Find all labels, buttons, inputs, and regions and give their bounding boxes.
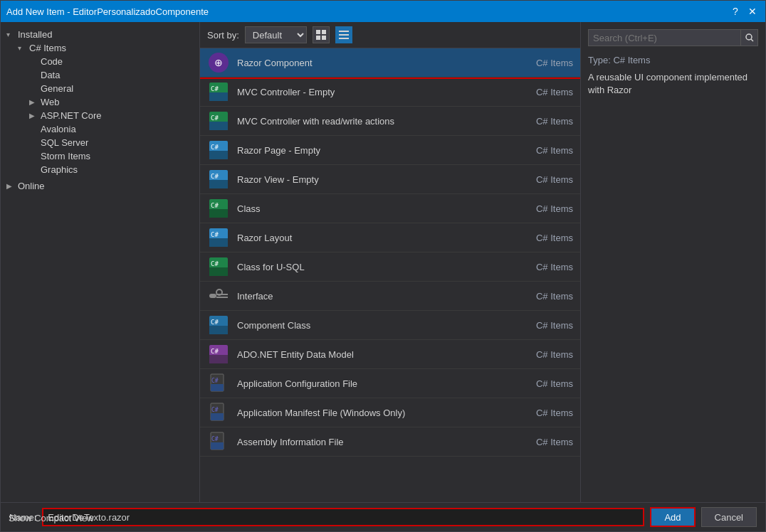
sidebar-item-storm-items[interactable]: Storm Items bbox=[1, 149, 199, 163]
sidebar-item-web[interactable]: ▶ Web bbox=[1, 95, 199, 109]
svg-text:C#: C# bbox=[211, 115, 219, 122]
sidebar-label-general: General bbox=[39, 83, 73, 94]
svg-rect-2 bbox=[316, 36, 320, 40]
sidebar-label-data: Data bbox=[39, 70, 60, 80]
mvc-rw-icon: C# bbox=[207, 110, 230, 132]
sidebar-label-avalonia: Avalonia bbox=[39, 124, 76, 134]
svg-rect-26 bbox=[209, 238, 228, 247]
svg-text:C#: C# bbox=[211, 260, 219, 267]
item-name-razor-layout: Razor Layout bbox=[237, 233, 502, 243]
add-button[interactable]: Add bbox=[650, 507, 695, 527]
svg-rect-11 bbox=[209, 92, 228, 101]
interface-icon bbox=[207, 284, 230, 307]
bottom-left: Name: bbox=[9, 508, 644, 526]
sidebar-item-avalonia[interactable]: Avalonia bbox=[1, 122, 199, 136]
item-name-app-config: Application Configuration File bbox=[237, 378, 502, 389]
item-row-adonet[interactable]: C# ADO.NET Entity Data Model C# Items bbox=[200, 340, 580, 369]
item-row-razor-view[interactable]: C# Razor View - Empty C# Items bbox=[200, 165, 580, 194]
item-row-mvc-empty[interactable]: C# MVC Controller - Empty C# Items bbox=[200, 78, 580, 107]
sidebar-item-online[interactable]: ▶ Online bbox=[1, 179, 199, 193]
sidebar-label-online: Online bbox=[16, 181, 45, 191]
dialog-title: Add New Item - EditorPersonalizadoCompon… bbox=[6, 6, 209, 17]
svg-rect-1 bbox=[322, 30, 326, 34]
sidebar-item-installed[interactable]: ▾ Installed bbox=[1, 28, 199, 41]
svg-text:C#: C# bbox=[211, 144, 219, 151]
item-row-app-manifest[interactable]: C# Application Manifest File (Windows On… bbox=[200, 398, 580, 427]
sidebar-item-general[interactable]: General bbox=[1, 82, 199, 95]
item-row-razor-layout[interactable]: C# Razor Layout C# Items bbox=[200, 223, 580, 252]
grid-view-button[interactable] bbox=[313, 26, 330, 43]
sidebar-label-storm: Storm Items bbox=[39, 151, 90, 161]
item-row-component-class[interactable]: C# Component Class C# Items bbox=[200, 311, 580, 340]
svg-rect-48 bbox=[211, 442, 224, 449]
search-button[interactable] bbox=[741, 29, 758, 46]
arrow-online: ▶ bbox=[6, 182, 16, 190]
adonet-icon: C# bbox=[207, 343, 230, 366]
svg-text:C#: C# bbox=[211, 173, 219, 180]
sidebar-label-csharp: C# Items bbox=[28, 43, 66, 53]
item-row-mvc-rw[interactable]: C# MVC Controller with read/write action… bbox=[200, 107, 580, 136]
app-config-icon: C# bbox=[207, 372, 230, 395]
sidebar-item-data[interactable]: Data bbox=[1, 68, 199, 82]
svg-text:C#: C# bbox=[211, 436, 219, 442]
toolbar: Sort by: Default Name Category bbox=[200, 22, 580, 48]
svg-rect-6 bbox=[339, 38, 349, 39]
item-row-class-usql[interactable]: C# Class for U-SQL C# Items bbox=[200, 252, 580, 282]
svg-rect-42 bbox=[211, 384, 224, 391]
cancel-button[interactable]: Cancel bbox=[701, 507, 757, 527]
bottom-bar: Name: Add Cancel bbox=[1, 502, 765, 531]
item-cat-razor-view: C# Items bbox=[502, 174, 573, 185]
item-row-interface[interactable]: Interface C# Items bbox=[200, 282, 580, 311]
svg-text:C#: C# bbox=[211, 407, 219, 413]
svg-text:C#: C# bbox=[211, 319, 219, 326]
item-cat-interface: C# Items bbox=[502, 291, 573, 302]
sidebar-item-code[interactable]: Code bbox=[1, 55, 199, 68]
item-row-razor-page[interactable]: C# Razor Page - Empty C# Items bbox=[200, 136, 580, 165]
item-cat-razor-page: C# Items bbox=[502, 145, 573, 156]
item-row-app-config[interactable]: C# Application Configuration File C# Ite… bbox=[200, 369, 580, 398]
svg-rect-23 bbox=[209, 209, 228, 218]
item-cat-class-usql: C# Items bbox=[502, 262, 573, 272]
item-row-assembly-info[interactable]: C# Assembly Information File C# Items bbox=[200, 427, 580, 457]
sidebar-item-csharp-items[interactable]: ▾ C# Items bbox=[1, 41, 199, 55]
list-view-button[interactable] bbox=[335, 26, 352, 43]
sidebar-item-sql-server[interactable]: SQL Server bbox=[1, 136, 199, 149]
type-label-text: Type: bbox=[588, 55, 611, 65]
item-row-razor-component[interactable]: ⊕ Razor Component C# Items bbox=[200, 48, 580, 78]
help-button[interactable]: ? bbox=[728, 4, 743, 18]
bottom-right: Add Cancel bbox=[650, 507, 757, 527]
class-usql-icon: C# bbox=[207, 255, 230, 278]
class-icon: C# bbox=[207, 197, 230, 220]
item-cat-class: C# Items bbox=[502, 203, 573, 214]
svg-rect-39 bbox=[209, 355, 228, 363]
svg-line-50 bbox=[751, 39, 753, 41]
sort-select[interactable]: Default Name Category bbox=[245, 26, 307, 43]
name-input[interactable] bbox=[42, 508, 644, 526]
item-cat-app-manifest: C# Items bbox=[502, 408, 573, 418]
sidebar-item-aspnet-core[interactable]: ▶ ASP.NET Core bbox=[1, 109, 199, 122]
svg-rect-5 bbox=[339, 34, 349, 36]
item-cat-assembly-info: C# Items bbox=[502, 437, 573, 447]
sort-label: Sort by: bbox=[207, 30, 239, 41]
sidebar-label-installed: Installed bbox=[16, 29, 52, 40]
item-cat-razor-component: C# Items bbox=[502, 58, 573, 68]
svg-text:C#: C# bbox=[211, 348, 219, 355]
close-button[interactable]: ✕ bbox=[745, 4, 760, 18]
sidebar-item-graphics[interactable]: Graphics bbox=[1, 163, 199, 176]
title-bar-controls: ? ✕ bbox=[728, 4, 760, 18]
svg-rect-14 bbox=[209, 122, 228, 130]
items-list: ⊕ Razor Component C# Items C# bbox=[200, 48, 580, 502]
svg-rect-0 bbox=[316, 30, 320, 34]
assembly-info-icon: C# bbox=[207, 430, 230, 453]
left-panel: ▾ Installed ▾ C# Items Code Data General bbox=[1, 22, 200, 502]
search-input[interactable] bbox=[588, 29, 741, 46]
item-row-class[interactable]: C# Class C# Items bbox=[200, 194, 580, 223]
svg-rect-17 bbox=[209, 151, 228, 159]
arrow-aspnet: ▶ bbox=[29, 112, 39, 119]
sidebar-label-code: Code bbox=[39, 56, 63, 67]
type-info: Type: C# Items bbox=[588, 55, 758, 65]
item-name-mvc-empty: MVC Controller - Empty bbox=[237, 87, 502, 97]
sidebar-label-sql: SQL Server bbox=[39, 137, 88, 148]
compact-view-label[interactable]: Show Compact View bbox=[9, 513, 94, 523]
svg-rect-45 bbox=[211, 413, 224, 420]
